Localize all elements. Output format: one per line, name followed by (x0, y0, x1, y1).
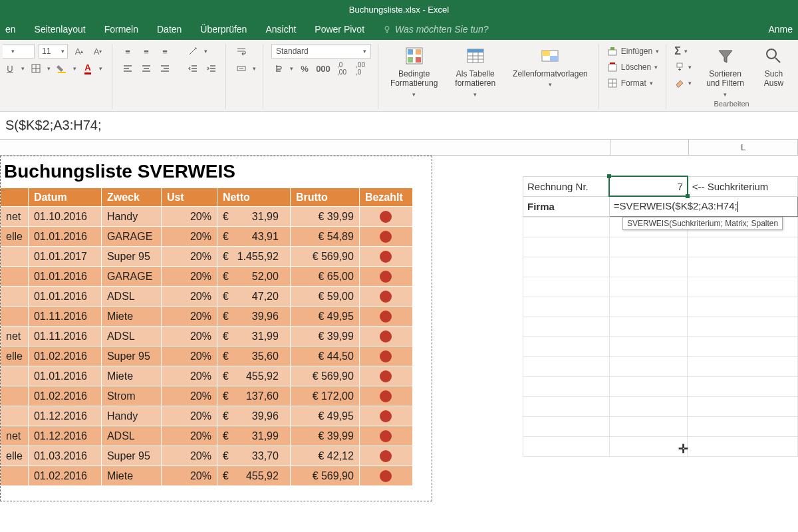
sort-filter-button[interactable]: Sortieren und Filtern▾ (701, 44, 749, 100)
col-header-3[interactable]: Ust (161, 188, 217, 207)
worksheet-grid[interactable]: Buchungsliste SVERWEIS DatumZweckUstNett… (0, 156, 798, 486)
col-header-1[interactable]: Datum (28, 188, 101, 207)
table-row[interactable]: 01.01.2016GARAGE20%€52,00€ 65,00 (1, 267, 413, 287)
tab-0[interactable]: en (5, 24, 16, 35)
delete-button[interactable]: Löschen ▾ (607, 60, 659, 74)
group-editing: Σ ▾ ▾ ▾ Sortieren und Filtern▾ Such Ausw… (668, 44, 795, 109)
increase-decimal-icon[interactable]: ,0,00 (334, 61, 349, 76)
sigma-icon: Σ (674, 45, 681, 57)
font-color-icon[interactable]: A (80, 61, 95, 76)
decrease-indent-icon[interactable] (186, 61, 200, 76)
table-icon (465, 45, 486, 66)
formula-edit-cell[interactable]: =SVERWEIS($K$2;A3:H74; (609, 196, 797, 216)
account-link[interactable]: Anme (768, 24, 793, 35)
decrease-font-icon[interactable]: A▾ (90, 44, 105, 59)
cell-styles-button[interactable]: Zellenformatvorlagen▾ (509, 44, 592, 90)
clear-button[interactable]: ▾ (674, 76, 692, 90)
table-row[interactable]: 01.01.2016ADSL20%€47,20€ 59,00 (1, 287, 413, 307)
tab-powerpivot[interactable]: Power Pivot (315, 24, 364, 35)
formula-bar[interactable]: S($K$2;A3:H74; (0, 112, 798, 140)
cell-styles-icon (539, 45, 561, 66)
col-header-0[interactable] (1, 188, 29, 207)
decrease-decimal-icon[interactable]: ,00,0 (353, 61, 368, 76)
svg-rect-2 (58, 72, 66, 73)
tab-ueberpruefen[interactable]: Überprüfen (200, 24, 247, 35)
fill-button[interactable]: ▾ (674, 60, 692, 74)
tab-daten[interactable]: Daten (157, 24, 182, 35)
svg-rect-16 (608, 65, 616, 71)
col-header-5[interactable]: Brutto (290, 188, 359, 207)
svg-rect-5 (408, 49, 413, 55)
increase-indent-icon[interactable] (204, 61, 219, 76)
group-font: ▾ 11▾ A▴ A▾ U ▾ ▾ ▾ A ▾ (3, 44, 112, 109)
insert-button[interactable]: Einfügen ▾ (607, 44, 659, 59)
table-row[interactable]: 01.01.2017Super 9520%€1.455,92€ 569,90 (1, 247, 413, 267)
number-format-combo[interactable]: Standard▾ (271, 44, 371, 59)
col-header-6[interactable]: Bezahlt (359, 188, 412, 207)
table-row[interactable]: net01.12.2016ADSL20%€31,99€ 39,99 (1, 426, 413, 446)
suchkriterium-note: <-- Suchkriterium (688, 176, 798, 196)
status-dot-icon (380, 470, 392, 482)
col-header-4[interactable]: Netto (217, 188, 290, 207)
group-styles: Bedingte Formatierung▾ Als Tabelle forma… (380, 44, 599, 109)
tab-ansicht[interactable]: Ansicht (265, 24, 296, 35)
increase-font-icon[interactable]: A▴ (72, 44, 86, 59)
percent-icon[interactable]: % (297, 61, 312, 76)
rechnung-value-cell[interactable]: 7 (609, 176, 688, 196)
col-L[interactable]: L (689, 140, 798, 155)
svg-rect-18 (677, 63, 682, 67)
table-row[interactable]: 01.02.2016Miete20%€455,92€ 569,90 (1, 466, 413, 486)
align-bottom-icon[interactable]: ≡ (158, 44, 172, 59)
align-left-icon[interactable] (120, 61, 135, 76)
svg-rect-14 (608, 50, 616, 55)
table-row[interactable]: elle01.01.2016GARAGE20%€43,91€ 54,89 (1, 227, 413, 247)
tab-seitenlayout[interactable]: Seitenlayout (35, 24, 86, 35)
data-table[interactable]: DatumZweckUstNettoBruttoBezahlt net01.10… (0, 188, 413, 486)
table-row[interactable]: 01.01.2016Miete20%€455,92€ 569,90 (1, 366, 413, 386)
wrap-text-icon[interactable] (234, 44, 249, 59)
font-size-combo[interactable]: 11▾ (39, 44, 68, 59)
format-button[interactable]: Format ▾ (607, 76, 659, 90)
align-right-icon[interactable] (158, 61, 172, 76)
tell-me[interactable]: Was möchten Sie tun? (383, 24, 489, 35)
tab-formeln[interactable]: Formeln (104, 24, 138, 35)
group-number: Standard▾ ▾ % 000 ,0,00 ,00,0 (265, 44, 378, 109)
svg-rect-13 (550, 56, 558, 61)
font-family-combo[interactable]: ▾ (3, 44, 35, 59)
svg-point-19 (767, 49, 776, 59)
fill-down-icon (674, 62, 685, 72)
align-center-icon[interactable] (139, 61, 154, 76)
group-merge: ▾ (227, 44, 263, 109)
eraser-icon (674, 78, 685, 88)
table-row[interactable]: 01.11.2016Miete20%€39,96€ 49,95 (1, 307, 413, 327)
col-header-2[interactable]: Zweck (101, 188, 161, 207)
border-icon[interactable] (29, 61, 43, 76)
status-dot-icon (380, 410, 392, 422)
table-row[interactable]: elle01.02.2016Super 9520%€35,60€ 44,50 (1, 346, 413, 366)
underline-icon[interactable]: U (3, 61, 17, 76)
svg-rect-7 (408, 57, 413, 63)
align-top-icon[interactable]: ≡ (120, 44, 135, 59)
svg-rect-8 (416, 57, 421, 63)
conditional-formatting-button[interactable]: Bedingte Formatierung▾ (386, 44, 442, 100)
svg-point-0 (385, 27, 389, 31)
merge-icon[interactable] (234, 61, 249, 76)
find-select-button[interactable]: Such Ausw (759, 44, 789, 100)
status-dot-icon (380, 370, 392, 382)
cell-cursor-icon: ✛ (678, 442, 688, 456)
firma-label: Firma (523, 196, 610, 216)
table-row[interactable]: elle01.03.2016Super 9520%€33,70€ 42,12 (1, 446, 413, 466)
format-as-table-button[interactable]: Als Tabelle formatieren▾ (451, 44, 499, 100)
thousands-icon[interactable]: 000 (316, 61, 331, 76)
table-row[interactable]: 01.12.2016Handy20%€39,96€ 49,95 (1, 406, 413, 426)
table-row[interactable]: net01.11.2016ADSL20%€31,99€ 39,99 (1, 327, 413, 346)
status-dot-icon (380, 430, 392, 442)
window-title: Buchungsliste.xlsx - Excel (349, 5, 449, 15)
align-middle-icon[interactable]: ≡ (139, 44, 154, 59)
table-row[interactable]: net01.10.2016Handy20%€31,99€ 39,99 (1, 207, 413, 227)
autosum-button[interactable]: Σ ▾ (674, 44, 692, 59)
fill-color-icon[interactable] (55, 61, 69, 76)
table-row[interactable]: 01.02.2016Strom20%€137,60€ 172,00 (1, 386, 413, 406)
currency-icon[interactable] (271, 61, 286, 76)
orientation-icon[interactable] (186, 44, 200, 59)
